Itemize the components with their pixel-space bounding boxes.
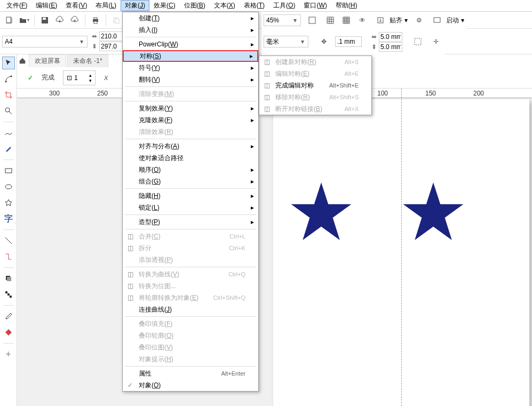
done-label[interactable]: 完成 xyxy=(42,73,54,82)
page-frame-icon[interactable] xyxy=(411,35,425,49)
menu-item[interactable]: 复制效果(Y)▸ xyxy=(123,102,258,114)
eyedropper-tool-icon[interactable] xyxy=(2,310,15,323)
menu-item[interactable]: ◫完成编辑对称Alt+Shift+E xyxy=(259,79,371,91)
menu-l[interactable]: 布局(L) xyxy=(91,0,121,11)
menu-item[interactable]: ✓对象(O) xyxy=(123,379,258,391)
grid-icon[interactable] xyxy=(323,13,337,27)
canvas-page[interactable] xyxy=(273,99,529,406)
tab-welcome[interactable]: 欢迎屏幕 xyxy=(29,54,66,67)
menu-item[interactable]: 插入(I)▸ xyxy=(123,24,258,36)
launch-icon[interactable] xyxy=(430,13,444,27)
menu-item[interactable]: 造型(P)▸ xyxy=(123,216,258,228)
grid2-icon[interactable] xyxy=(339,13,353,27)
new-icon[interactable] xyxy=(2,13,16,27)
ruler-label: 150 xyxy=(425,90,436,97)
dimension-tool-icon[interactable] xyxy=(2,234,15,247)
menu-item[interactable]: 符号(Y)▸ xyxy=(123,62,258,74)
menu-h[interactable]: 帮助(H) xyxy=(331,0,362,11)
menu-item[interactable]: 创建(T)▸ xyxy=(123,12,258,24)
menu-item[interactable]: 克隆效果(F)▸ xyxy=(123,114,258,126)
menu-j[interactable]: 对象(J) xyxy=(121,0,149,11)
dup-y-input[interactable] xyxy=(379,42,402,52)
save-icon[interactable] xyxy=(38,13,52,27)
pick-tool-icon[interactable] xyxy=(2,57,15,69)
menu-item[interactable]: 隐藏(H)▸ xyxy=(123,190,258,202)
paper-size-combo[interactable]: A4 ▾ xyxy=(2,36,88,47)
menu-v[interactable]: 查看(V) xyxy=(61,0,91,11)
ruler-label: 250 xyxy=(97,90,108,97)
shape-tool-icon[interactable] xyxy=(2,73,15,85)
star-right[interactable] xyxy=(401,179,465,243)
svg-point-13 xyxy=(5,185,12,189)
launch-label[interactable]: 启动 xyxy=(446,16,459,25)
submenu-arrow-icon: ▸ xyxy=(250,52,253,60)
open-icon[interactable]: ▾ xyxy=(17,13,31,27)
polygon-tool-icon[interactable] xyxy=(2,196,15,209)
menu-item[interactable]: 顺序(O)▸ xyxy=(123,164,258,176)
menu-item[interactable]: 属性Alt+Enter xyxy=(123,368,258,379)
menu-item[interactable]: 连接曲线(J) xyxy=(123,304,258,315)
menu-b[interactable]: 位图(B) xyxy=(180,0,210,11)
artistic-tool-icon[interactable] xyxy=(2,142,15,155)
zoom-combo[interactable]: 45%▾ xyxy=(264,14,301,26)
menu-item[interactable]: 锁定(L)▸ xyxy=(123,202,258,213)
connector-tool-icon[interactable] xyxy=(2,250,15,263)
menu-item-icon: ◫ xyxy=(126,293,134,302)
object-menu: 创建(T)▸插入(I)▸PowerClip(W)▸对称(S)▸符号(Y)▸翻转(… xyxy=(122,12,259,392)
menu-item[interactable]: 对称(S)▸ xyxy=(123,50,258,62)
menu-item[interactable]: 翻转(V)▸ xyxy=(123,74,258,85)
menu-item[interactable]: 组合(G)▸ xyxy=(123,176,258,187)
menu-e[interactable]: 编辑(E) xyxy=(31,0,61,11)
view-icon[interactable]: 👁 xyxy=(355,13,369,27)
ellipse-tool-icon[interactable] xyxy=(2,180,15,193)
rectangle-tool-icon[interactable] xyxy=(2,164,15,177)
menu-item: ◫将轮廓转换为对象(E)Ctrl+Shift+Q xyxy=(123,292,258,304)
transparency-tool-icon[interactable] xyxy=(2,288,15,301)
menu-item-label: 对称(S) xyxy=(140,52,161,61)
text-tool-icon[interactable]: 字 xyxy=(2,212,15,225)
menu-item-label: 叠印轮廓(O) xyxy=(139,331,173,340)
menu-t[interactable]: 表格(T) xyxy=(240,0,269,11)
import-icon[interactable] xyxy=(374,13,387,27)
menu-w[interactable]: 窗口(W) xyxy=(299,0,331,11)
menu-item[interactable]: PowerClip(W)▸ xyxy=(123,38,258,50)
cloud-down-icon[interactable] xyxy=(53,13,67,27)
paper-size-value: A4 xyxy=(5,38,13,45)
menu-item-label: PowerClip(W) xyxy=(139,41,178,48)
menu-o[interactable]: 工具(O) xyxy=(269,0,299,11)
menu-c[interactable]: 效果(C) xyxy=(149,0,180,11)
home-icon[interactable] xyxy=(17,55,28,66)
toolbox: 字 + xyxy=(0,54,17,406)
menu-item[interactable]: 对齐与分布(A)▸ xyxy=(123,140,258,152)
crop-tool-icon[interactable] xyxy=(2,89,15,101)
unit-combo[interactable]: 毫米▾ xyxy=(264,36,308,47)
segment-selector[interactable]: ⊡ ▴▾ xyxy=(63,70,96,85)
fullscreen-icon[interactable] xyxy=(305,13,319,27)
star-left[interactable] xyxy=(289,179,353,243)
add-tool-icon[interactable]: + xyxy=(2,348,15,361)
fill-tool-icon[interactable] xyxy=(2,326,15,339)
zoom-tool-icon[interactable] xyxy=(2,105,15,117)
segment-input[interactable] xyxy=(74,74,87,82)
tab-document[interactable]: 未命名 -1* xyxy=(67,54,108,67)
svg-rect-5 xyxy=(94,21,97,23)
svg-rect-15 xyxy=(7,277,11,281)
print-icon[interactable] xyxy=(89,13,102,27)
menu-x[interactable]: 文本(X) xyxy=(210,0,240,11)
nudge-input[interactable] xyxy=(335,36,362,47)
cloud-up-icon[interactable] xyxy=(68,13,82,27)
dup-y-icon: ⬍ xyxy=(370,43,378,51)
menu-item[interactable]: 使对象适合路径 xyxy=(123,152,258,164)
svg-rect-19 xyxy=(309,17,315,23)
crosshair-icon[interactable]: ✛ xyxy=(429,35,443,49)
menu-item-label: 复制效果(Y) xyxy=(139,104,173,113)
page-height-input[interactable] xyxy=(99,42,123,51)
options-icon[interactable]: ⚙ xyxy=(412,13,426,27)
snap-label[interactable]: 贴齐 xyxy=(390,16,402,25)
dup-x-input[interactable] xyxy=(379,32,402,42)
dropshadow-tool-icon[interactable] xyxy=(2,272,15,285)
freehand-tool-icon[interactable] xyxy=(2,126,15,139)
menu-item: 叠印位图(V) xyxy=(123,341,258,353)
page-width-input[interactable] xyxy=(99,31,123,41)
menu-f[interactable]: 文件(F) xyxy=(2,0,31,11)
